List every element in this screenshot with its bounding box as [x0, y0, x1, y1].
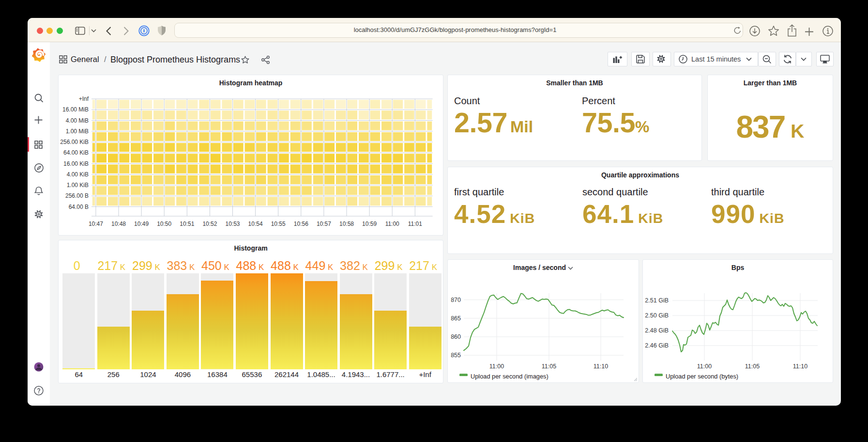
svg-text:11:00: 11:00 — [385, 221, 399, 227]
svg-text:10:55: 10:55 — [271, 221, 286, 227]
svg-text:2.50 GiB: 2.50 GiB — [645, 312, 669, 319]
svg-text:64.00 KiB: 64.00 KiB — [63, 149, 89, 156]
svg-text:10:59: 10:59 — [362, 221, 377, 227]
svg-text:64.00 B: 64.00 B — [69, 204, 89, 210]
svg-text:2.48 GiB: 2.48 GiB — [645, 327, 669, 334]
svg-text:16.00 MiB: 16.00 MiB — [62, 106, 89, 113]
svg-text:11:05: 11:05 — [745, 363, 760, 370]
svg-text:1.00 MiB: 1.00 MiB — [66, 128, 89, 135]
svg-text:2.46 GiB: 2.46 GiB — [645, 342, 669, 349]
svg-text:Upload per second (images): Upload per second (images) — [471, 373, 548, 380]
svg-text:4.00 MiB: 4.00 MiB — [66, 117, 89, 124]
svg-text:11:00: 11:00 — [697, 363, 712, 370]
svg-text:10:52: 10:52 — [202, 221, 217, 227]
svg-text:1.00 KiB: 1.00 KiB — [67, 182, 89, 189]
svg-text:855: 855 — [451, 352, 461, 359]
svg-text:10:53: 10:53 — [225, 221, 240, 227]
svg-text:11:10: 11:10 — [594, 363, 608, 370]
svg-text:256.00 KiB: 256.00 KiB — [60, 139, 89, 145]
svg-text:Upload per second (bytes): Upload per second (bytes) — [666, 373, 738, 380]
svg-text:10:54: 10:54 — [248, 221, 263, 227]
svg-text:10:48: 10:48 — [111, 221, 126, 227]
svg-text:4.00 KiB: 4.00 KiB — [67, 171, 89, 178]
svg-text:10:58: 10:58 — [339, 221, 354, 227]
svg-text:860: 860 — [451, 333, 461, 340]
svg-text:11:10: 11:10 — [793, 363, 807, 370]
svg-text:10:51: 10:51 — [180, 221, 194, 227]
svg-text:865: 865 — [451, 315, 461, 322]
svg-text:11:01: 11:01 — [408, 221, 422, 227]
svg-text:256.00 B: 256.00 B — [65, 192, 89, 199]
svg-text:2.51 GiB: 2.51 GiB — [645, 297, 669, 304]
svg-text:10:49: 10:49 — [134, 221, 149, 227]
svg-text:10:56: 10:56 — [294, 221, 308, 227]
svg-text:10:50: 10:50 — [157, 221, 171, 227]
svg-text:16.00 KiB: 16.00 KiB — [63, 160, 89, 167]
svg-text:11:05: 11:05 — [542, 363, 556, 370]
svg-text:+Inf: +Inf — [79, 95, 89, 102]
svg-text:10:47: 10:47 — [89, 221, 103, 227]
svg-text:870: 870 — [451, 297, 461, 303]
svg-text:11:00: 11:00 — [489, 363, 504, 370]
svg-text:10:57: 10:57 — [317, 221, 331, 227]
